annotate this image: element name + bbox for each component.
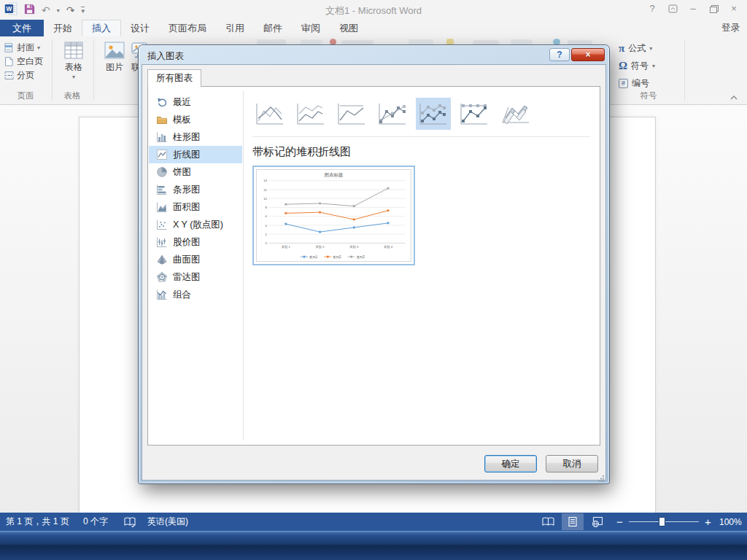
column-chart-icon (156, 131, 168, 143)
cover-page-button[interactable]: 封面▾ (4, 41, 40, 55)
collapse-ribbon-icon[interactable] (729, 90, 740, 98)
dialog-category-bar[interactable]: 条形图 (149, 181, 242, 198)
redo-icon[interactable]: ↷ (66, 4, 75, 17)
dialog-category-combo[interactable]: 组合 (149, 286, 242, 303)
zoom-out-button[interactable]: − (616, 513, 623, 531)
picture-button[interactable]: 图片 (98, 42, 131, 74)
undo-dropdown-icon[interactable]: ▾ (57, 7, 60, 14)
dialog-help-button[interactable]: ? (549, 48, 570, 61)
subtype-stacked-line-icon[interactable] (293, 98, 328, 130)
equation-button[interactable]: π 公式 ▾ (619, 41, 652, 55)
combo-chart-icon (156, 289, 168, 300)
svg-text:系列3: 系列3 (356, 255, 365, 259)
print-layout-button[interactable] (562, 513, 584, 530)
dialog-close-button[interactable]: × (571, 48, 605, 61)
tables-group-label: 表格 (53, 90, 92, 101)
subtype-line-icon[interactable] (252, 98, 287, 130)
help-button[interactable]: ? (642, 1, 662, 16)
dialog-category-line[interactable]: 折线图 (149, 146, 242, 163)
read-mode-button[interactable] (537, 513, 559, 530)
subtype-line-3d-icon[interactable] (498, 98, 533, 130)
ribbon-tabs: 文件开始插入设计页面布局引用邮件审阅视图 (0, 20, 368, 36)
window-controls: ? – × (642, 1, 744, 16)
svg-text:8: 8 (266, 206, 268, 209)
blank-page-button[interactable]: 空白页 (4, 55, 43, 69)
resize-grip[interactable] (597, 472, 605, 479)
window-title: 文档1 - Microsoft Word (0, 4, 747, 18)
subtype-stacked-line-markers-icon[interactable] (416, 98, 451, 130)
close-button[interactable]: × (724, 1, 744, 16)
page-indicator[interactable]: 第 1 页，共 1 页 (6, 513, 69, 531)
table-button[interactable]: 表格 ▾ (55, 42, 92, 80)
dialog-category-stock[interactable]: 股价图 (149, 233, 242, 251)
dialog-category-xy-scatter[interactable]: X Y (散点图) (149, 216, 242, 233)
restore-button[interactable] (703, 1, 724, 16)
zoom-level[interactable]: 100% (719, 513, 742, 531)
ok-button[interactable]: 确定 (484, 455, 537, 472)
number-icon: # (619, 79, 628, 88)
tab-file[interactable]: 文件 (0, 20, 44, 36)
dialog-category-templates[interactable]: 模板 (149, 111, 242, 128)
tab-home[interactable]: 开始 (44, 20, 82, 36)
surface-chart-icon (156, 254, 168, 265)
dialog-body: 所有图表 最近模板柱形图折线图饼图条形图面积图X Y (散点图)股价图曲面图雷达… (142, 64, 606, 481)
svg-text:类别 2: 类别 2 (316, 245, 325, 249)
symbol-dropdown-icon: ▾ (652, 63, 655, 69)
undo-icon[interactable]: ↶ (42, 4, 50, 17)
templates-icon (156, 114, 168, 125)
recent-icon (156, 96, 168, 108)
cover-page-dropdown-icon: ▾ (37, 44, 40, 51)
sign-in-link[interactable]: 登录 (721, 22, 740, 34)
tab-insert[interactable]: 插入 (82, 20, 121, 36)
omega-icon: Ω (619, 60, 627, 72)
titlebar: W ↶ ▾ ↷ ▾ 文档1 - Microsoft Word ? – × (0, 0, 747, 20)
blank-page-icon (4, 57, 14, 66)
dialog-category-column[interactable]: 柱形图 (149, 128, 242, 146)
symbol-button[interactable]: Ω 符号 ▾ (619, 58, 655, 73)
svg-text:类别 3: 类别 3 (349, 245, 359, 249)
tab-view[interactable]: 视图 (330, 20, 368, 36)
dialog-category-pie[interactable]: 饼图 (149, 163, 242, 181)
page-break-button[interactable]: 分页 (4, 69, 34, 82)
subtype-line-markers-icon[interactable] (375, 98, 410, 130)
cover-page-icon (4, 43, 14, 52)
insert-chart-dialog: 插入图表 ? × 所有图表 最近模板柱形图折线图饼图条形图面积图X Y (散点图… (139, 45, 609, 483)
web-layout-button[interactable] (587, 513, 608, 530)
tab-references[interactable]: 引用 (216, 20, 254, 36)
dialog-titlebar[interactable]: 插入图表 ? × (142, 48, 606, 64)
zoom-in-button[interactable]: + (705, 513, 711, 531)
subtype-preview-label: 带标记的堆积折线图 (252, 145, 600, 159)
svg-text:系列1: 系列1 (309, 255, 318, 259)
word-count[interactable]: 0 个字 (83, 513, 108, 531)
dialog-panel: 最近模板柱形图折线图饼图条形图面积图X Y (散点图)股价图曲面图雷达图组合 带… (147, 86, 600, 446)
svg-text:W: W (6, 6, 12, 12)
tab-design[interactable]: 设计 (121, 20, 159, 36)
save-icon[interactable] (24, 4, 35, 18)
subtype-line-100-markers-icon[interactable] (457, 98, 492, 130)
dialog-category-radar[interactable]: 雷达图 (149, 268, 242, 286)
stock-chart-icon (156, 236, 168, 248)
minimize-button[interactable]: – (683, 1, 703, 16)
pages-group-label: 页面 (0, 90, 51, 101)
tab-review[interactable]: 审阅 (292, 20, 330, 36)
proofing-icon[interactable] (124, 513, 136, 531)
number-button[interactable]: # 编号 (619, 76, 649, 90)
zoom-slider-thumb[interactable] (659, 517, 665, 526)
subtype-line-100-icon[interactable] (334, 98, 369, 130)
ribbon-display-options-button[interactable] (662, 1, 683, 16)
cancel-button[interactable]: 取消 (546, 455, 598, 472)
status-bar: 第 1 页，共 1 页 0 个字 英语(美国) − + 100% (0, 513, 747, 531)
dialog-category-recent[interactable]: 最近 (149, 93, 242, 111)
svg-text:10: 10 (263, 197, 267, 201)
table-dropdown-icon: ▾ (55, 74, 92, 80)
tab-all-charts[interactable]: 所有图表 (147, 69, 201, 87)
picture-icon (104, 42, 125, 59)
tab-mailings[interactable]: 邮件 (254, 20, 292, 36)
chart-preview[interactable]: 图表标题02468101214类别 1类别 2类别 3类别 4系列1系列2系列3 (252, 166, 415, 265)
language-indicator[interactable]: 英语(美国) (147, 513, 188, 531)
customize-qat-icon[interactable]: ▾ (81, 7, 85, 14)
dialog-category-area[interactable]: 面积图 (149, 198, 242, 216)
tab-page-layout[interactable]: 页面布局 (159, 20, 216, 36)
svg-text:类别 1: 类别 1 (282, 245, 291, 249)
dialog-category-surface[interactable]: 曲面图 (149, 251, 242, 268)
